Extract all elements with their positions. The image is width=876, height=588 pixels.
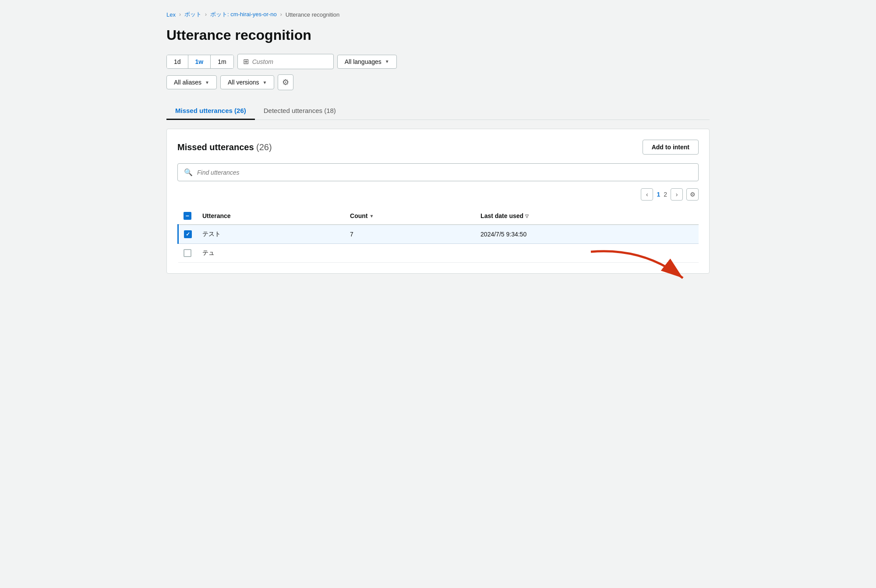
card-title-count: (26)	[256, 142, 272, 152]
settings-gear-button[interactable]: ⚙	[278, 74, 293, 90]
lastdate-sort-arrow: ▽	[525, 214, 529, 218]
th-checkbox	[178, 208, 198, 225]
card-header: Missed utterances (26) Add to intent	[177, 140, 699, 155]
language-dropdown-arrow: ▼	[385, 59, 389, 64]
time-btn-1w[interactable]: 1w	[188, 55, 211, 68]
search-icon: 🔍	[184, 168, 193, 176]
aliases-dropdown[interactable]: All aliases ▼	[166, 75, 217, 89]
filter-bar-row2: All aliases ▼ All versions ▼ ⚙	[166, 74, 710, 90]
versions-dropdown[interactable]: All versions ▼	[220, 75, 275, 89]
select-all-checkbox[interactable]	[184, 212, 191, 220]
tab-detected-utterances[interactable]: Detected utterances (18)	[255, 102, 345, 120]
utterance-tabs: Missed utterances (26) Detected utteranc…	[166, 102, 710, 120]
utterances-search-input[interactable]	[197, 169, 692, 176]
breadcrumb-lex[interactable]: Lex	[166, 11, 176, 18]
pagination-row: ‹ 1 2 › ⚙	[177, 188, 699, 201]
row-1-checkbox[interactable]	[184, 230, 192, 238]
custom-date-input-wrapper[interactable]: ⊞	[237, 54, 334, 69]
filter-bar-row1: 1d 1w 1m ⊞ All languages ▼	[166, 54, 710, 69]
breadcrumb-sep-2: ›	[205, 11, 207, 18]
custom-date-input[interactable]	[252, 58, 322, 65]
breadcrumb: Lex › ボット › ボット: cm-hirai-yes-or-no › Ut…	[166, 11, 710, 18]
versions-dropdown-label: All versions	[228, 79, 259, 86]
breadcrumb-botto[interactable]: ボット	[184, 11, 201, 18]
row-1-count: 7	[345, 225, 475, 244]
pagination-next-button[interactable]: ›	[671, 188, 683, 201]
th-last-date[interactable]: Last date used ▽	[475, 208, 699, 225]
time-btn-1d[interactable]: 1d	[167, 55, 188, 68]
time-btn-1m[interactable]: 1m	[211, 55, 233, 68]
breadcrumb-bot-name[interactable]: ボット: cm-hirai-yes-or-no	[210, 11, 277, 18]
th-count[interactable]: Count ▼	[345, 208, 475, 225]
language-dropdown[interactable]: All languages ▼	[337, 55, 397, 69]
pagination-prev-button[interactable]: ‹	[641, 188, 653, 201]
row-2-count	[345, 244, 475, 263]
aliases-dropdown-arrow: ▼	[205, 80, 209, 85]
count-sort-arrow: ▼	[369, 214, 374, 218]
table-row: テュ	[178, 244, 699, 263]
utterances-table: Utterance Count ▼ Last date used ▽	[177, 208, 699, 263]
pagination-settings-button[interactable]: ⚙	[686, 188, 699, 201]
utterances-search-bar[interactable]: 🔍	[177, 163, 699, 181]
page-num-1[interactable]: 1	[657, 191, 660, 198]
row-1-utterance: テスト	[197, 225, 345, 244]
row-1-last-date: 2024/7/5 9:34:50	[475, 225, 699, 244]
language-dropdown-label: All languages	[345, 58, 381, 65]
row-2-checkbox[interactable]	[184, 249, 191, 257]
page-num-2[interactable]: 2	[664, 191, 667, 198]
aliases-dropdown-label: All aliases	[174, 79, 201, 86]
row-2-utterance: テュ	[197, 244, 345, 263]
missed-utterances-card: Missed utterances (26) Add to intent 🔍 ‹…	[166, 129, 710, 274]
row-2-last-date	[475, 244, 699, 263]
add-to-intent-button[interactable]: Add to intent	[643, 140, 699, 155]
calendar-icon: ⊞	[243, 57, 249, 66]
page-title: Utterance recognition	[166, 27, 710, 43]
row-1-checkbox-cell[interactable]	[178, 225, 198, 244]
card-title: Missed utterances (26)	[177, 142, 272, 152]
time-period-buttons: 1d 1w 1m	[166, 55, 234, 69]
breadcrumb-sep-1: ›	[179, 11, 181, 18]
breadcrumb-sep-3: ›	[280, 11, 282, 18]
row-2-checkbox-cell[interactable]	[178, 244, 198, 263]
breadcrumb-current: Utterance recognition	[286, 11, 340, 18]
table-row: テスト 7 2024/7/5 9:34:50	[178, 225, 699, 244]
tab-missed-utterances[interactable]: Missed utterances (26)	[166, 102, 255, 120]
table-header-row: Utterance Count ▼ Last date used ▽	[178, 208, 699, 225]
th-utterance: Utterance	[197, 208, 345, 225]
versions-dropdown-arrow: ▼	[263, 80, 267, 85]
